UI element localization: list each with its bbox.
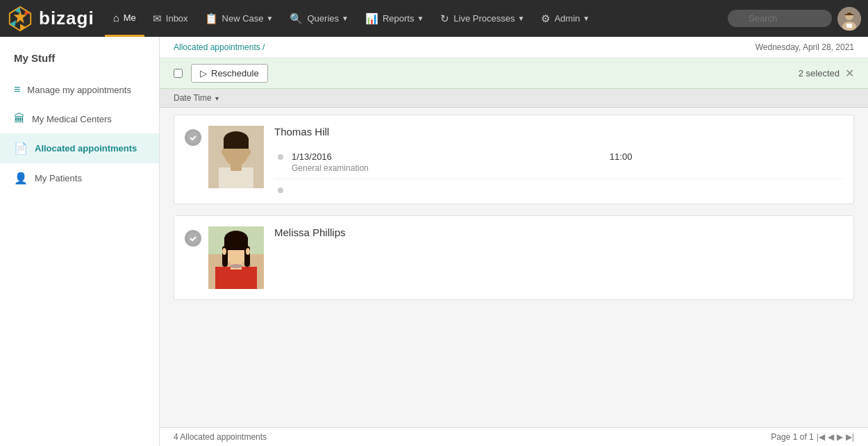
page-prev-button[interactable]: ◀ — [828, 432, 834, 442]
search-area: 🔍 — [728, 7, 861, 31]
patient-checkbox-2[interactable] — [185, 230, 201, 247]
sidebar-title: My Stuff — [0, 44, 159, 75]
sidebar-item-medical[interactable]: 🏛 My Medical Centers — [0, 104, 159, 133]
svg-point-12 — [187, 132, 199, 143]
sidebar-item-manage[interactable]: ≡ Manage my appointments — [0, 75, 159, 104]
page-last-button[interactable]: ▶| — [846, 432, 854, 442]
svg-rect-28 — [224, 238, 248, 250]
appt-type-1: General examination — [292, 163, 843, 173]
patient-name-1: Thomas Hill — [274, 126, 843, 138]
breadcrumb-bar: Allocated appointments / Wednesday, Apri… — [160, 37, 868, 58]
pagination: Page 1 of 1 |◀ ◀ ▶ ▶| — [771, 432, 854, 442]
svg-rect-11 — [846, 24, 852, 28]
action-bar: ▷ Reschedule 2 selected ✕ — [160, 58, 868, 89]
svg-point-33 — [231, 265, 242, 267]
briefcase-icon: 📋 — [205, 13, 218, 25]
patient-name-2: Melissa Phillips — [274, 226, 843, 238]
patient-checkbox-1[interactable] — [185, 129, 201, 146]
content-area: Allocated appointments / Wednesday, Apri… — [160, 37, 868, 446]
sidebar: My Stuff ≡ Manage my appointments 🏛 My M… — [0, 37, 160, 446]
breadcrumb: Allocated appointments / — [174, 42, 265, 52]
list-icon: ≡ — [14, 83, 20, 96]
inbox-icon: ✉ — [153, 13, 162, 25]
live-processes-icon: ↻ — [440, 13, 449, 25]
appt-bullet — [278, 154, 283, 160]
sort-bar: Date Time ▾ — [160, 89, 868, 108]
svg-point-31 — [222, 248, 226, 255]
action-left: ▷ Reschedule — [174, 64, 268, 83]
appt-row: 1/13/2016 11:00 — [292, 151, 843, 162]
sort-label: Date Time — [174, 93, 212, 103]
search-input[interactable] — [728, 10, 832, 27]
reschedule-button[interactable]: ▷ Reschedule — [191, 64, 268, 83]
nav-new-case[interactable]: 📋 New Case ▼ — [197, 0, 282, 37]
nav-inbox[interactable]: ✉ Inbox — [144, 0, 197, 37]
page-info: Page 1 of 1 — [771, 432, 813, 442]
clear-selection-button[interactable]: ✕ — [845, 67, 854, 80]
appointment-count: 4 Allocated appointments — [174, 432, 267, 442]
appointment-item: 1/13/2016 11:00 General examination — [274, 146, 843, 179]
live-processes-caret: ▼ — [518, 15, 525, 22]
reports-icon: 📊 — [365, 13, 378, 25]
svg-point-21 — [187, 233, 199, 244]
nav-reports[interactable]: 📊 Reports ▼ — [357, 0, 432, 37]
select-all-checkbox[interactable] — [174, 69, 183, 78]
nav-queries[interactable]: 🔍 Queries ▼ — [281, 0, 356, 37]
svg-point-19 — [222, 149, 226, 156]
svg-rect-24 — [215, 267, 257, 289]
page-first-button[interactable]: |◀ — [817, 432, 825, 442]
svg-point-20 — [247, 149, 251, 156]
current-date: Wednesday, April 28, 2021 — [756, 42, 854, 52]
svg-rect-10 — [845, 14, 853, 15]
nav-live-processes[interactable]: ↻ Live Processes ▼ — [432, 0, 533, 37]
nav-me[interactable]: ⌂ Me — [105, 0, 144, 37]
sort-caret[interactable]: ▾ — [215, 94, 219, 102]
main-layout: My Stuff ≡ Manage my appointments 🏛 My M… — [0, 37, 868, 446]
bottom-bar: 4 Allocated appointments Page 1 of 1 |◀ … — [160, 427, 868, 446]
building-icon: 🏛 — [14, 113, 25, 125]
queries-caret: ▼ — [342, 15, 349, 22]
svg-point-32 — [246, 248, 250, 255]
admin-caret: ▼ — [583, 15, 590, 22]
appt-time-1: 11:00 — [610, 151, 633, 162]
nav-admin[interactable]: ⚙ Admin ▼ — [533, 0, 598, 37]
page-next-button[interactable]: ▶ — [837, 432, 843, 442]
admin-gear-icon: ⚙ — [541, 13, 550, 25]
appt-bullet-2 — [278, 188, 283, 193]
patient-card-2: Melissa Phillips — [174, 215, 854, 300]
logo[interactable]: bizagi — [7, 6, 94, 32]
patient-card: Thomas Hill 1/13/2016 11:00 General exam… — [174, 115, 854, 204]
action-right: 2 selected ✕ — [799, 67, 854, 80]
sidebar-item-patients[interactable]: 👤 My Patients — [0, 163, 159, 193]
patient-list: Thomas Hill 1/13/2016 11:00 General exam… — [160, 108, 868, 427]
top-navigation: bizagi ⌂ Me ✉ Inbox 📋 New Case ▼ 🔍 Queri… — [0, 0, 868, 37]
avatar[interactable] — [837, 7, 861, 31]
queries-icon: 🔍 — [290, 13, 303, 25]
home-icon: ⌂ — [113, 12, 119, 24]
appt-details: 1/13/2016 11:00 General examination — [292, 151, 843, 173]
sidebar-item-allocated[interactable]: 📄 Allocated appointments — [0, 133, 159, 163]
doc-icon: 📄 — [14, 142, 28, 155]
selected-count: 2 selected — [799, 68, 840, 79]
new-case-caret: ▼ — [267, 15, 274, 22]
reschedule-play-icon: ▷ — [200, 68, 207, 79]
svg-rect-18 — [224, 138, 249, 149]
person-icon: 👤 — [14, 172, 28, 185]
appt-date-1: 1/13/2016 — [292, 151, 332, 162]
brand-name: bizagi — [39, 8, 94, 29]
search-wrapper: 🔍 — [728, 10, 832, 27]
reports-caret: ▼ — [417, 15, 424, 22]
appointment-item-empty — [274, 179, 843, 193]
